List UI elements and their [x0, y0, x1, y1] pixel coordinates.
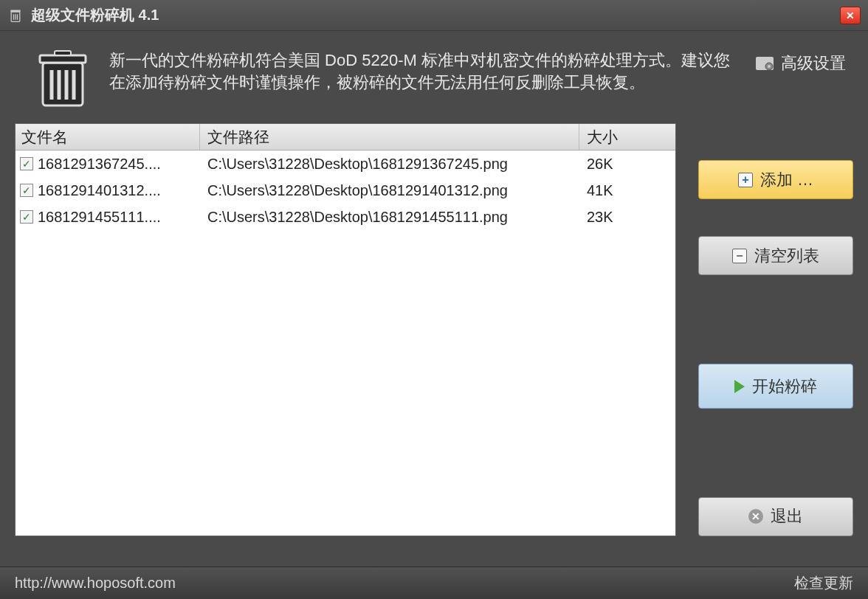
row-checkbox[interactable]: ✓ — [20, 210, 33, 224]
row-filesize: 26K — [579, 156, 675, 173]
titlebar: 超级文件粉碎机 4.1 ✕ — [0, 0, 868, 31]
table-row[interactable]: ✓ 1681291401312.... C:\Users\31228\Deskt… — [16, 177, 675, 204]
play-icon — [734, 380, 745, 393]
check-update-link[interactable]: 检查更新 — [794, 573, 853, 593]
row-filepath: C:\Users\31228\Desktop\1681291455111.png — [200, 209, 579, 226]
close-button[interactable]: ✕ — [840, 7, 861, 24]
trash-large-icon — [37, 49, 89, 108]
svg-rect-5 — [43, 63, 83, 105]
table-row[interactable]: ✓ 1681291455111.... C:\Users\31228\Deskt… — [16, 204, 675, 230]
table-body: ✓ 1681291367245.... C:\Users\31228\Deskt… — [16, 150, 675, 536]
column-header-size[interactable]: 大小 — [579, 124, 675, 150]
minus-icon: − — [732, 249, 747, 263]
plus-icon: + — [738, 173, 753, 187]
footer: http://www.hoposoft.com 检查更新 — [0, 567, 868, 599]
advanced-settings-label: 高级设置 — [781, 52, 846, 75]
add-button-label: 添加 … — [760, 169, 813, 191]
start-button[interactable]: 开始粉碎 — [698, 364, 853, 409]
row-filename: 1681291455111.... — [38, 209, 200, 226]
settings-icon — [754, 55, 775, 72]
advanced-settings-button[interactable]: 高级设置 — [754, 49, 846, 75]
app-title: 超级文件粉碎机 4.1 — [31, 5, 159, 25]
clear-button-label: 清空列表 — [754, 245, 819, 267]
row-filepath: C:\Users\31228\Desktop\1681291367245.png — [200, 156, 579, 173]
exit-button-label: 退出 — [771, 505, 803, 527]
row-filename: 1681291401312.... — [38, 182, 200, 199]
website-link[interactable]: http://www.hoposoft.com — [15, 575, 176, 592]
trash-icon — [7, 7, 24, 24]
row-filename: 1681291367245.... — [38, 156, 200, 173]
side-buttons: + 添加 … − 清空列表 开始粉碎 ✕ 退出 — [676, 123, 853, 536]
svg-rect-4 — [10, 10, 20, 12]
svg-rect-11 — [55, 51, 71, 55]
row-filesize: 41K — [579, 182, 675, 199]
row-checkbox[interactable]: ✓ — [20, 157, 33, 170]
svg-point-14 — [768, 65, 771, 68]
column-header-name[interactable]: 文件名 — [16, 124, 200, 150]
svg-rect-10 — [40, 55, 86, 63]
table-header: 文件名 文件路径 大小 — [16, 124, 675, 150]
header-section: 新一代的文件粉碎机符合美国 DoD 5220-M 标准中对机密文件的粉碎处理方式… — [0, 31, 868, 123]
exit-button[interactable]: ✕ 退出 — [698, 497, 853, 536]
row-filepath: C:\Users\31228\Desktop\1681291401312.png — [200, 182, 579, 199]
description-text: 新一代的文件粉碎机符合美国 DoD 5220-M 标准中对机密文件的粉碎处理方式… — [109, 49, 754, 93]
row-checkbox[interactable]: ✓ — [20, 184, 33, 197]
file-list: 文件名 文件路径 大小 ✓ 1681291367245.... C:\Users… — [15, 123, 676, 536]
clear-button[interactable]: − 清空列表 — [698, 236, 853, 275]
column-header-path[interactable]: 文件路径 — [200, 124, 579, 150]
start-button-label: 开始粉碎 — [752, 375, 817, 398]
row-filesize: 23K — [579, 209, 675, 226]
table-row[interactable]: ✓ 1681291367245.... C:\Users\31228\Deskt… — [16, 150, 675, 177]
cancel-icon: ✕ — [748, 509, 763, 524]
main-area: 文件名 文件路径 大小 ✓ 1681291367245.... C:\Users… — [0, 123, 868, 536]
add-button[interactable]: + 添加 … — [698, 160, 853, 199]
